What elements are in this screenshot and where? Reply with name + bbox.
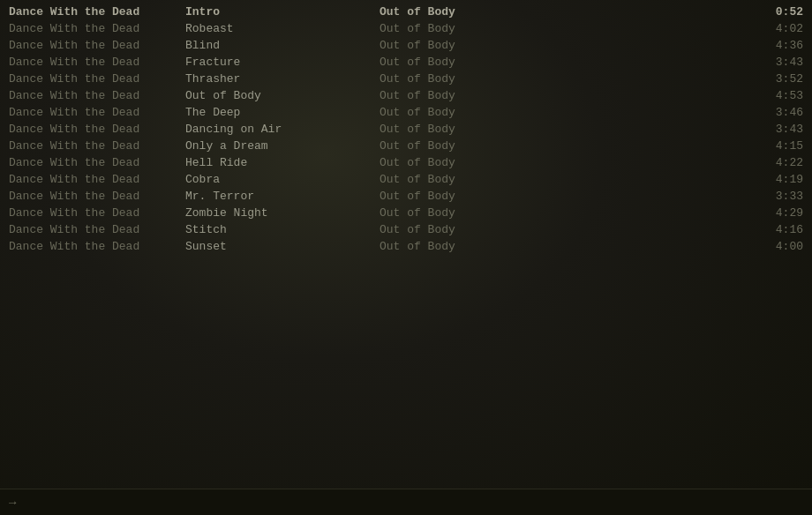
table-row[interactable]: Dance With the DeadZombie NightOut of Bo… xyxy=(0,205,812,221)
track-album: Out of Body xyxy=(380,139,750,153)
track-duration: 4:36 xyxy=(750,39,803,52)
track-title: Fracture xyxy=(185,56,380,69)
track-artist: Dance With the Dead xyxy=(9,106,185,119)
track-title: Dancing on Air xyxy=(185,123,380,136)
track-album: Out of Body xyxy=(380,56,750,69)
track-duration: 3:46 xyxy=(750,106,803,119)
track-album: Out of Body xyxy=(380,173,750,186)
header-duration: 0:52 xyxy=(750,5,803,19)
header-artist: Dance With the Dead xyxy=(9,5,185,19)
track-album: Out of Body xyxy=(380,123,750,136)
track-artist: Dance With the Dead xyxy=(9,123,185,136)
track-artist: Dance With the Dead xyxy=(9,173,185,186)
table-row[interactable]: Dance With the DeadOnly a DreamOut of Bo… xyxy=(0,138,812,154)
table-row[interactable]: Dance With the DeadOut of BodyOut of Bod… xyxy=(0,87,812,104)
track-duration: 4:02 xyxy=(750,22,803,35)
track-artist: Dance With the Dead xyxy=(9,156,185,169)
header-album: Out of Body xyxy=(380,5,750,19)
track-title: Stitch xyxy=(185,223,380,236)
track-duration: 4:53 xyxy=(750,89,803,102)
track-artist: Dance With the Dead xyxy=(9,139,185,153)
track-title: Out of Body xyxy=(185,89,380,102)
track-album: Out of Body xyxy=(380,89,750,102)
track-title: Blind xyxy=(185,39,380,52)
track-title: Only a Dream xyxy=(185,139,380,153)
track-album: Out of Body xyxy=(380,22,750,35)
table-row[interactable]: Dance With the DeadThrasherOut of Body3:… xyxy=(0,71,812,87)
track-album: Out of Body xyxy=(380,72,750,86)
track-album: Out of Body xyxy=(380,156,750,169)
track-artist: Dance With the Dead xyxy=(9,206,185,220)
track-title: Zombie Night xyxy=(185,206,380,220)
bottom-bar: → xyxy=(0,489,812,515)
track-artist: Dance With the Dead xyxy=(9,39,185,52)
table-row[interactable]: Dance With the DeadDancing on AirOut of … xyxy=(0,121,812,138)
track-duration: 4:22 xyxy=(750,156,803,169)
table-row[interactable]: Dance With the DeadStitchOut of Body4:16 xyxy=(0,221,812,238)
track-title: Robeast xyxy=(185,22,380,35)
track-duration: 4:00 xyxy=(750,240,803,253)
track-album: Out of Body xyxy=(380,39,750,52)
track-artist: Dance With the Dead xyxy=(9,22,185,35)
track-title: Sunset xyxy=(185,240,380,253)
header-title: Intro xyxy=(185,5,380,19)
table-row[interactable]: Dance With the DeadThe DeepOut of Body3:… xyxy=(0,104,812,121)
track-album: Out of Body xyxy=(380,106,750,119)
track-artist: Dance With the Dead xyxy=(9,223,185,236)
track-album: Out of Body xyxy=(380,223,750,236)
table-row[interactable]: Dance With the DeadCobraOut of Body4:19 xyxy=(0,171,812,188)
track-artist: Dance With the Dead xyxy=(9,240,185,253)
table-row[interactable]: Dance With the DeadBlindOut of Body4:36 xyxy=(0,37,812,54)
track-duration: 4:16 xyxy=(750,223,803,236)
track-duration: 3:43 xyxy=(750,123,803,136)
table-row[interactable]: Dance With the DeadRobeastOut of Body4:0… xyxy=(0,20,812,37)
track-artist: Dance With the Dead xyxy=(9,56,185,69)
track-duration: 3:52 xyxy=(750,72,803,86)
track-album: Out of Body xyxy=(380,206,750,220)
track-title: Thrasher xyxy=(185,72,380,86)
track-artist: Dance With the Dead xyxy=(9,190,185,203)
track-artist: Dance With the Dead xyxy=(9,89,185,102)
table-row[interactable]: Dance With the DeadMr. TerrorOut of Body… xyxy=(0,188,812,205)
track-duration: 3:43 xyxy=(750,56,803,69)
track-header: Dance With the Dead Intro Out of Body 0:… xyxy=(0,4,812,20)
track-album: Out of Body xyxy=(380,190,750,203)
track-duration: 4:15 xyxy=(750,139,803,153)
track-duration: 3:33 xyxy=(750,190,803,203)
track-duration: 4:29 xyxy=(750,206,803,220)
table-row[interactable]: Dance With the DeadSunsetOut of Body4:00 xyxy=(0,238,812,255)
track-list: Dance With the Dead Intro Out of Body 0:… xyxy=(0,0,812,258)
track-title: The Deep xyxy=(185,106,380,119)
track-title: Mr. Terror xyxy=(185,190,380,203)
track-title: Cobra xyxy=(185,173,380,186)
arrow-icon: → xyxy=(9,496,16,510)
track-title: Hell Ride xyxy=(185,156,380,169)
track-duration: 4:19 xyxy=(750,173,803,186)
track-artist: Dance With the Dead xyxy=(9,72,185,86)
track-album: Out of Body xyxy=(380,240,750,253)
table-row[interactable]: Dance With the DeadFractureOut of Body3:… xyxy=(0,54,812,71)
table-row[interactable]: Dance With the DeadHell RideOut of Body4… xyxy=(0,154,812,171)
